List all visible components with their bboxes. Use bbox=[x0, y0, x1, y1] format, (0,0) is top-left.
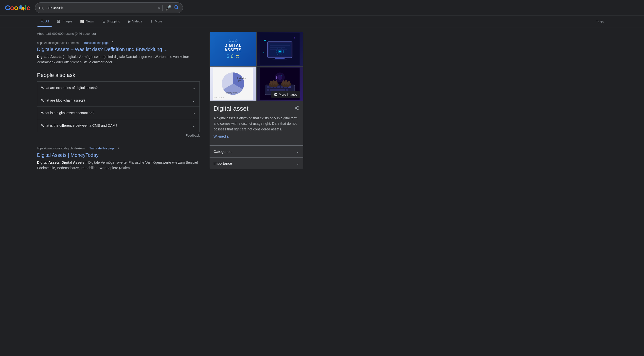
svg-text:Digital: Digital bbox=[237, 80, 242, 82]
paa-question-4-text: What is the difference between a CMS and… bbox=[41, 124, 117, 128]
main-layout: About 166'000'000 results (0.46 seconds)… bbox=[0, 28, 345, 182]
logo-o2: o bbox=[14, 4, 18, 12]
share-icon bbox=[294, 106, 299, 112]
result-1-title[interactable]: Digitale Assets – Was ist das? Definitio… bbox=[37, 46, 200, 52]
image-1-subtitle: ASSETS bbox=[224, 48, 242, 52]
svg-text:Kryptowähr.: Kryptowähr. bbox=[237, 77, 246, 79]
svg-text:₿: ₿ bbox=[276, 76, 277, 79]
image-cell-1: ⬡ ⬡ ⬡ DIGITAL ASSETS $ ₿ ⚖ bbox=[210, 32, 256, 66]
tools-label: Tools bbox=[596, 20, 604, 24]
kp-title: Digital asset bbox=[214, 105, 248, 112]
dot-separator: · bbox=[80, 41, 81, 44]
result-2-title[interactable]: Digital Assets | MoneyToday bbox=[37, 152, 200, 158]
nav-tabs: All 🖼 Images 📰 News 🛍 Shopping ▶ Videos … bbox=[0, 16, 644, 28]
result-2-snippet: Digital Assets. Digital Assets = Digital… bbox=[37, 160, 200, 171]
result-2-url: https://www.moneytoday.ch › lexikon bbox=[37, 147, 84, 150]
result-1-url: https://bankinghub.de › Themen bbox=[37, 41, 79, 44]
kp-categories-chevron: ⌄ bbox=[296, 149, 299, 154]
left-column: About 166'000'000 results (0.46 seconds)… bbox=[37, 32, 200, 178]
images-icon: 🖼 bbox=[57, 20, 60, 24]
tab-all[interactable]: All bbox=[37, 17, 52, 27]
result-1-translate-link[interactable]: Translate this page bbox=[84, 41, 109, 44]
tab-videos[interactable]: ▶ Videos bbox=[125, 17, 146, 27]
paa-question-1-text: What are examples of digital assets? bbox=[41, 86, 98, 90]
svg-rect-36 bbox=[286, 89, 288, 91]
paa-chevron-3: ⌄ bbox=[192, 110, 196, 116]
svg-line-1 bbox=[177, 8, 178, 9]
right-column: ⬡ ⬡ ⬡ DIGITAL ASSETS $ ₿ ⚖ bbox=[210, 32, 303, 178]
search-button[interactable] bbox=[174, 5, 179, 11]
tab-images[interactable]: 🖼 Images bbox=[53, 17, 76, 27]
svg-text:© BankingHub: © BankingHub bbox=[214, 97, 224, 98]
paa-question-3[interactable]: What is a digital asset accounting? ⌄ bbox=[37, 106, 200, 119]
clear-icon: × bbox=[158, 6, 160, 10]
logo-l: l bbox=[25, 4, 27, 12]
paa-chevron-1: ⌄ bbox=[192, 85, 196, 90]
kp-accordion-importance[interactable]: Importance ⌄ bbox=[210, 157, 303, 169]
result-1-snippet: Digitale Assets (= digitale Vermögenswer… bbox=[37, 54, 200, 65]
svg-point-2 bbox=[41, 20, 43, 22]
feedback-button[interactable]: Feedback bbox=[186, 134, 200, 137]
result-2-menu-button[interactable]: ⋮ bbox=[116, 146, 120, 151]
svg-line-3 bbox=[43, 22, 44, 22]
svg-rect-27 bbox=[267, 86, 270, 88]
kp-categories-label: Categories bbox=[214, 150, 232, 154]
svg-text:Security-Token: Security-Token bbox=[226, 92, 237, 94]
paa-question-2-text: What are blockchain assets? bbox=[41, 98, 85, 102]
knowledge-panel: ⬡ ⬡ ⬡ DIGITAL ASSETS $ ₿ ⚖ bbox=[210, 32, 303, 169]
search-result-1: https://bankinghub.de › Themen · Transla… bbox=[37, 40, 200, 65]
kp-source-link[interactable]: Wikipedia bbox=[214, 134, 228, 138]
logo-o1: o bbox=[10, 4, 14, 12]
header: Goo 🎭 le × 🎤 bbox=[0, 0, 644, 16]
results-count: About 166'000'000 results (0.46 seconds) bbox=[37, 32, 200, 36]
dot-separator-2: · bbox=[86, 147, 87, 150]
more-icon: ⋮ bbox=[150, 20, 153, 24]
search-result-2: https://www.moneytoday.ch › lexikon · Tr… bbox=[37, 146, 200, 171]
image-1-title: DIGITAL bbox=[224, 44, 242, 48]
result-1-menu-button[interactable]: ⋮ bbox=[110, 40, 114, 45]
result-2-url-row: https://www.moneytoday.ch › lexikon · Tr… bbox=[37, 146, 200, 151]
paa-menu-button[interactable]: ⋮ bbox=[78, 72, 82, 78]
result-1-title-text: Digitale Assets – Was ist das? Definitio… bbox=[37, 46, 168, 52]
image-3-svg: Kryptowähr. Digital Assets Security-Toke… bbox=[213, 68, 253, 100]
svg-rect-14 bbox=[272, 59, 287, 60]
kp-title-row: Digital asset bbox=[214, 105, 299, 112]
svg-rect-13 bbox=[275, 58, 285, 59]
paa-title: People also ask bbox=[37, 72, 75, 78]
svg-point-12 bbox=[279, 51, 280, 52]
tab-images-label: Images bbox=[62, 20, 72, 23]
paa-question-3-text: What is a digital asset accounting? bbox=[41, 111, 94, 115]
paa-question-2[interactable]: What are blockchain assets? ⌄ bbox=[37, 94, 200, 106]
shopping-icon: 🛍 bbox=[102, 20, 105, 24]
more-images-button[interactable]: 🖼 More images bbox=[271, 91, 300, 98]
videos-icon: ▶ bbox=[128, 20, 131, 24]
tab-more-label: More bbox=[155, 20, 162, 23]
search-input[interactable] bbox=[39, 6, 155, 10]
logo-g: G bbox=[5, 4, 10, 12]
tab-more[interactable]: ⋮ More bbox=[146, 17, 166, 27]
clear-button[interactable]: × bbox=[158, 6, 160, 10]
result-1-translate-label: Translate this page bbox=[84, 41, 109, 44]
svg-point-17 bbox=[263, 52, 264, 53]
tab-shopping-label: Shopping bbox=[107, 20, 120, 23]
paa-chevron-2: ⌄ bbox=[192, 98, 196, 103]
divider bbox=[162, 5, 163, 11]
mic-button[interactable]: 🎤 bbox=[165, 5, 171, 11]
paa-chevron-4: ⌄ bbox=[192, 123, 196, 128]
kp-accordion-categories[interactable]: Categories ⌄ bbox=[210, 146, 303, 157]
kp-content: Digital asset A digital asset is anythin… bbox=[210, 101, 303, 145]
kp-share-button[interactable] bbox=[294, 106, 299, 112]
paa-question-1[interactable]: What are examples of digital assets? ⌄ bbox=[37, 81, 200, 94]
svg-rect-30 bbox=[277, 86, 280, 88]
tab-news[interactable]: 📰 News bbox=[77, 17, 98, 27]
more-images-label: More images bbox=[279, 93, 297, 96]
all-icon bbox=[40, 19, 44, 24]
image-cell-3: Kryptowähr. Digital Assets Security-Toke… bbox=[210, 66, 256, 101]
paa-question-4[interactable]: What is the difference between a CMS and… bbox=[37, 119, 200, 132]
result-2-translate-link[interactable]: Translate this page bbox=[90, 147, 115, 150]
tools-button[interactable]: Tools bbox=[593, 18, 607, 26]
svg-line-53 bbox=[296, 107, 298, 108]
feedback-row: Feedback bbox=[37, 132, 200, 139]
tab-shopping[interactable]: 🛍 Shopping bbox=[98, 17, 124, 27]
results-count-text: About 166'000'000 results (0.46 seconds) bbox=[37, 32, 96, 36]
